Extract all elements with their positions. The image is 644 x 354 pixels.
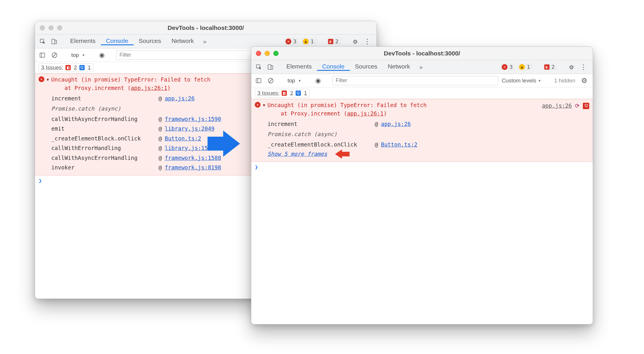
source-link[interactable]: library.js:1580 — [165, 144, 214, 152]
console-settings-icon[interactable]: ⚙ — [579, 77, 589, 85]
warning-count-badge[interactable]: ▲1 — [302, 38, 316, 45]
stack-frame: increment@ app.js:26 — [255, 119, 589, 129]
toggle-sidebar-icon[interactable] — [254, 76, 263, 86]
devtools-window-right: DevTools - localhost:3000/ Elements Cons… — [251, 46, 593, 324]
error-count-badge[interactable]: ✕3 — [501, 63, 515, 71]
live-expression-icon[interactable]: ◉ — [97, 50, 107, 60]
window-maximize-icon[interactable] — [57, 25, 62, 30]
menu-icon[interactable]: ⋮ — [578, 63, 589, 71]
source-link[interactable]: app.js:26 — [381, 120, 411, 128]
async-separator: Promise.catch (async) — [255, 129, 589, 140]
select-element-icon[interactable] — [37, 38, 48, 45]
svg-rect-9 — [271, 66, 273, 69]
live-expression-icon[interactable]: ◉ — [313, 76, 323, 86]
error-text: Uncaught (in promise) TypeError: Failed … — [268, 101, 427, 118]
svg-rect-2 — [55, 40, 57, 44]
svg-rect-1 — [52, 39, 55, 44]
traffic-lights — [35, 25, 62, 30]
source-link[interactable]: Button.ts:2 — [381, 140, 417, 149]
source-link[interactable]: framework.js:1590 — [165, 115, 221, 123]
expand-toggle-icon[interactable]: ▼ — [263, 102, 265, 108]
error-message: app.js:26 ⟳ 🗨 ✕ ▼ Uncaught (in promise) … — [251, 99, 593, 162]
error-text: Uncaught (in promise) TypeError: Failed … — [51, 75, 210, 93]
svg-rect-3 — [40, 53, 45, 57]
window-minimize-icon[interactable] — [265, 51, 270, 56]
window-close-icon[interactable] — [256, 51, 261, 56]
tab-elements[interactable]: Elements — [281, 63, 317, 71]
device-toolbar-icon[interactable] — [265, 64, 276, 70]
tab-elements[interactable]: Elements — [65, 37, 101, 45]
source-link[interactable]: framework.js:8198 — [165, 163, 221, 172]
window-close-icon[interactable] — [40, 25, 45, 30]
source-link[interactable]: app.js:26 — [165, 94, 194, 103]
hidden-count[interactable]: 1 hidden — [554, 77, 575, 84]
console-prompt[interactable]: ❯ — [251, 162, 593, 172]
titlebar: DevTools - localhost:3000/ — [35, 21, 376, 35]
select-element-icon[interactable] — [253, 64, 265, 70]
traffic-lights — [251, 51, 279, 56]
error-icon: ✕ — [39, 76, 44, 82]
clear-console-icon[interactable] — [50, 50, 59, 60]
warning-count-badge[interactable]: ▲1 — [518, 63, 532, 71]
tab-console[interactable]: Console — [317, 63, 350, 71]
more-tabs-icon[interactable]: » — [415, 64, 427, 71]
error-icon: ✕ — [255, 102, 261, 108]
svg-rect-10 — [256, 78, 261, 83]
arrow-right-icon — [223, 131, 240, 157]
source-link[interactable]: framework.js:1588 — [165, 154, 221, 162]
svg-line-6 — [53, 53, 56, 57]
context-select[interactable]: top — [69, 51, 87, 59]
stack-trace: increment@ app.js:26 Promise.catch (asyn… — [255, 119, 589, 159]
source-link[interactable]: library.js:2049 — [165, 124, 214, 133]
context-select[interactable]: top — [285, 76, 303, 85]
issues-badge[interactable]: ◧2 — [327, 38, 341, 45]
toggle-sidebar-icon[interactable] — [37, 50, 47, 60]
error-source-link[interactable]: app.js:26:1 — [347, 110, 383, 117]
source-link[interactable]: Button.ts:2 — [165, 134, 201, 143]
window-title: DevTools - localhost:3000/ — [35, 24, 376, 31]
more-tabs-icon[interactable]: » — [199, 38, 211, 45]
titlebar: DevTools - localhost:3000/ — [251, 47, 593, 60]
svg-rect-8 — [268, 64, 271, 69]
stack-frame: _createElementBlock.onClick@ Button.ts:2 — [255, 140, 589, 149]
reload-icon[interactable]: ⟳ — [574, 103, 581, 109]
log-levels-select[interactable]: Custom levels — [502, 77, 541, 84]
tab-console[interactable]: Console — [101, 37, 134, 45]
error-count-badge[interactable]: ✕3 — [284, 38, 299, 45]
window-maximize-icon[interactable] — [273, 51, 279, 56]
issues-link[interactable]: 3 Issues: ◧2 🗨1 — [255, 89, 310, 97]
device-toolbar-icon[interactable] — [48, 38, 60, 45]
error-source-link[interactable]: app.js:26:1 — [131, 85, 167, 91]
issues-row: 3 Issues: ◧2 🗨1 — [251, 87, 593, 99]
console-toolbar: top ◉ Custom levels 1 hidden ⚙ — [251, 74, 593, 87]
tabbar: Elements Console Sources Network » ✕3 ▲1… — [251, 60, 593, 74]
issues-link[interactable]: 3 Issues: ◧2 🗨1 — [39, 63, 93, 72]
menu-icon[interactable]: ⋮ — [362, 37, 372, 46]
feedback-icon[interactable]: 🗨 — [583, 103, 589, 109]
tab-sources[interactable]: Sources — [350, 63, 383, 71]
console-body: app.js:26 ⟳ 🗨 ✕ ▼ Uncaught (in promise) … — [251, 99, 593, 324]
clear-console-icon[interactable] — [266, 76, 276, 86]
issues-badge[interactable]: ◧2 — [543, 63, 557, 71]
arrow-left-icon — [335, 149, 342, 159]
window-title: DevTools - localhost:3000/ — [251, 50, 593, 57]
source-link[interactable]: app.js:26 — [542, 102, 572, 110]
filter-input[interactable] — [332, 76, 498, 85]
tab-network[interactable]: Network — [383, 63, 415, 71]
error-source-badge: app.js:26 ⟳ 🗨 — [542, 102, 589, 110]
tab-sources[interactable]: Sources — [134, 37, 166, 45]
settings-icon[interactable]: ⚙ — [352, 37, 359, 46]
tab-network[interactable]: Network — [166, 37, 199, 45]
window-minimize-icon[interactable] — [48, 25, 54, 30]
settings-icon[interactable]: ⚙ — [568, 63, 575, 71]
svg-line-13 — [269, 79, 272, 82]
expand-toggle-icon[interactable]: ▼ — [47, 77, 49, 83]
show-more-frames-link[interactable]: Show 5 more frames — [255, 149, 589, 159]
